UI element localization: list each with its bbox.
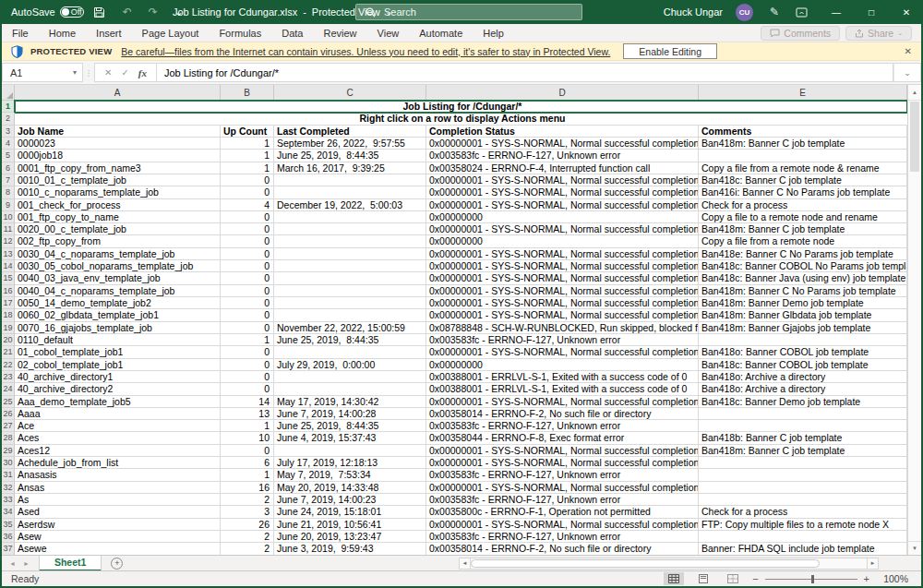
- grid-cell[interactable]: Aces12: [15, 445, 221, 457]
- row-header[interactable]: 19: [2, 322, 15, 334]
- avatar[interactable]: CU: [736, 4, 753, 21]
- grid-cell[interactable]: 001_ftp_copy_to_name: [15, 211, 221, 223]
- grid-cell[interactable]: 0: [221, 383, 274, 395]
- grid-cell[interactable]: 0x003583fc - ERRNO-F-127, Unknown error: [426, 150, 699, 162]
- grid-cell[interactable]: [274, 260, 426, 272]
- grid-cell[interactable]: 0x00000001 - SYS-S-NORMAL, Normal succes…: [426, 457, 699, 469]
- grid-cell[interactable]: Ban418c: Banner Demo job template: [699, 396, 907, 408]
- comments-button[interactable]: Comments: [761, 26, 840, 41]
- page-layout-view-icon[interactable]: [693, 572, 713, 585]
- close-button[interactable]: ✕: [895, 7, 917, 18]
- grid-cell[interactable]: 1: [221, 420, 274, 432]
- tab-insert[interactable]: Insert: [86, 24, 132, 42]
- row-header[interactable]: 26: [2, 408, 15, 420]
- user-name[interactable]: Chuck Ungar: [664, 6, 723, 18]
- zoom-slider-track[interactable]: [765, 579, 857, 580]
- grid-cell[interactable]: 0: [221, 346, 274, 358]
- row-header[interactable]: 22: [2, 359, 15, 371]
- scroll-right-icon[interactable]: ►: [867, 558, 879, 570]
- grid-cell[interactable]: Comments: [699, 126, 907, 138]
- tab-file[interactable]: File: [2, 24, 39, 42]
- grid-cell[interactable]: 0x00000001 - SYS-S-NORMAL, Normal succes…: [426, 396, 699, 408]
- grid-cell[interactable]: July 17, 2019, 12:18:13: [274, 457, 426, 469]
- grid-cell[interactable]: July 29, 2019, 0:00:00: [274, 359, 426, 371]
- grid-cell[interactable]: [699, 494, 907, 506]
- grid-cell[interactable]: Check for a process: [699, 506, 907, 518]
- grid-cell[interactable]: 0x00000000: [426, 211, 699, 223]
- grid-cell[interactable]: Ased: [15, 506, 221, 518]
- row-header[interactable]: 4: [2, 138, 15, 150]
- grid-cell[interactable]: 0x00000001 - SYS-S-NORMAL, Normal succes…: [426, 272, 699, 284]
- save-icon[interactable]: [93, 6, 110, 18]
- tab-help[interactable]: Help: [473, 24, 514, 42]
- grid-cell[interactable]: 1: [221, 138, 274, 150]
- grid-cell[interactable]: 0: [221, 174, 274, 186]
- grid-cell[interactable]: 0: [221, 272, 274, 284]
- redo-icon[interactable]: ↷: [145, 6, 162, 18]
- grid-cell[interactable]: [274, 309, 426, 321]
- grid-cell[interactable]: Ban418c: Banner Java (using env) job tem…: [699, 272, 907, 284]
- grid-cell[interactable]: 002_ftp_copy_from: [15, 235, 221, 247]
- grid-cell[interactable]: Ban418m: Banner Glbdata job template: [699, 309, 907, 321]
- grid-cell[interactable]: Banner: FHDA SQL include job template: [699, 543, 907, 555]
- grid-cell[interactable]: Copy a file to a remote node and rename: [699, 211, 907, 223]
- grid-cell[interactable]: 02_cobol_template_job1: [15, 359, 221, 371]
- select-all-corner[interactable]: [2, 85, 15, 100]
- column-header-a[interactable]: A: [15, 85, 221, 100]
- grid-cell[interactable]: 0: [221, 285, 274, 297]
- row-header[interactable]: 25: [2, 396, 15, 408]
- grid-cell[interactable]: 14: [221, 396, 274, 408]
- grid-cell[interactable]: 0010_01_c_template_job: [15, 174, 221, 186]
- grid-cell[interactable]: May 20, 2019, 14:33:48: [274, 482, 426, 494]
- grid-cell[interactable]: March 16, 2017, 9:39:25: [274, 162, 426, 174]
- grid-cell[interactable]: 0000job18: [15, 150, 221, 162]
- grid-cell[interactable]: [274, 346, 426, 358]
- row-header[interactable]: 34: [2, 506, 15, 518]
- grid-cell[interactable]: 0x00358044 - ERRNO-F-8, Exec format erro…: [426, 432, 699, 444]
- grid-cell[interactable]: 001_check_for_process: [15, 199, 221, 211]
- grid-cell[interactable]: 0040_04_c_noparams_template_job: [15, 285, 221, 297]
- grid-cell[interactable]: 10: [221, 432, 274, 444]
- sheet-tab-sheet1[interactable]: Sheet1: [39, 556, 102, 571]
- grid-cell[interactable]: 0070_16_gjajobs_template_job: [15, 322, 221, 334]
- grid-cell[interactable]: 0110_default: [15, 334, 221, 346]
- grid-cell[interactable]: Ban418e: Banner C No Params job template: [699, 248, 907, 260]
- row-header[interactable]: 1: [2, 101, 15, 113]
- grid-cell[interactable]: June 3, 2019, 9:59:43: [274, 543, 426, 555]
- name-box-dropdown-icon[interactable]: ▾: [73, 68, 82, 77]
- grid-cell[interactable]: Check for a process: [699, 199, 907, 211]
- grid-cell[interactable]: 0x00000001 - SYS-S-NORMAL, Normal succes…: [426, 186, 699, 198]
- row-header[interactable]: 6: [2, 162, 15, 174]
- grid-cell[interactable]: 0x00358014 - ERRNO-F-2, No such file or …: [426, 408, 699, 420]
- grid-cell[interactable]: 0: [221, 445, 274, 457]
- grid-cell[interactable]: 13: [221, 408, 274, 420]
- grid-cell[interactable]: 26: [221, 519, 274, 531]
- grid-cell[interactable]: 0: [221, 235, 274, 247]
- grid-cell[interactable]: 0010_c_noparams_template_job: [15, 186, 221, 198]
- grid-cell[interactable]: December 19, 2022, 5:00:03: [274, 199, 426, 211]
- grid-cell[interactable]: [274, 272, 426, 284]
- grid-cell[interactable]: 0: [221, 223, 274, 235]
- grid-cell[interactable]: 0x00000000: [426, 359, 699, 371]
- grid-cell[interactable]: [274, 297, 426, 309]
- grid-cell[interactable]: Ban418m: Banner Demo job template: [699, 297, 907, 309]
- row-header[interactable]: 36: [2, 531, 15, 543]
- grid-cell[interactable]: 0x00000001 - SYS-S-NORMAL, Normal succes…: [426, 138, 699, 150]
- grid-cell[interactable]: June 4, 2019, 15:37:43: [274, 432, 426, 444]
- sheet-title-cell[interactable]: Job Listing for /Cdungar/*: [15, 101, 907, 113]
- row-header[interactable]: 24: [2, 383, 15, 395]
- zoom-in-icon[interactable]: +: [864, 573, 869, 584]
- grid-cell[interactable]: 0x00000001 - SYS-S-NORMAL, Normal succes…: [426, 248, 699, 260]
- grid-cell[interactable]: June 25, 2019, 8:44:35: [274, 420, 426, 432]
- sheet-nav-right-icon[interactable]: ►: [23, 560, 30, 567]
- grid-cell[interactable]: May 17, 2019, 14:30:42: [274, 396, 426, 408]
- grid-cell[interactable]: Ban418c: Banner COBOL No Params job temp…: [699, 260, 907, 272]
- row-header[interactable]: 21: [2, 346, 15, 358]
- row-header[interactable]: 27: [2, 420, 15, 432]
- grid-cell[interactable]: Ace: [15, 420, 221, 432]
- page-break-preview-icon[interactable]: [723, 572, 743, 585]
- grid-cell[interactable]: [699, 334, 907, 346]
- grid-cell[interactable]: 0x00358024 - ERRNO-F-4, Interrupted func…: [426, 162, 699, 174]
- grid-cell[interactable]: 0: [221, 260, 274, 272]
- column-header-c[interactable]: C: [274, 85, 426, 100]
